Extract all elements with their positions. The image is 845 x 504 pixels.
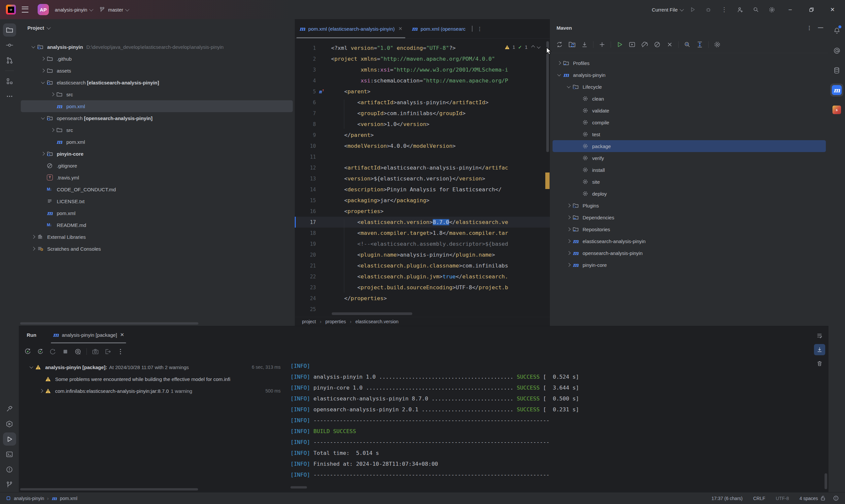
maven-settings-button[interactable] bbox=[712, 39, 723, 50]
status-item[interactable]: UTF-8 bbox=[776, 496, 789, 501]
code-line[interactable]: 24 </properties> bbox=[295, 293, 550, 304]
minimize-button[interactable]: – bbox=[781, 2, 799, 17]
commit-tool-button[interactable] bbox=[3, 39, 16, 52]
maven-tool-button[interactable]: m bbox=[830, 84, 843, 97]
tree-row[interactable]: mpom.xml bbox=[21, 100, 293, 112]
build-tool-button[interactable] bbox=[3, 402, 16, 415]
add-config-button[interactable] bbox=[596, 39, 608, 50]
chevron-up-icon[interactable] bbox=[531, 45, 535, 49]
tree-row[interactable]: Plugins bbox=[552, 200, 826, 212]
problems-tool-button[interactable] bbox=[3, 463, 16, 476]
branch-selector[interactable]: master bbox=[99, 6, 129, 13]
project-tool-button[interactable] bbox=[3, 23, 16, 37]
breadcrumb-item[interactable]: properties bbox=[325, 319, 346, 324]
resume-button[interactable] bbox=[47, 346, 58, 357]
tree-row[interactable]: melasticsearch-analysis-pinyin bbox=[552, 235, 826, 247]
tree-row[interactable]: .gitignore bbox=[21, 160, 293, 172]
tab-options-icon[interactable]: ⋮ bbox=[477, 26, 482, 32]
tree-row[interactable]: Repositories bbox=[552, 223, 826, 235]
run-configuration-selector[interactable]: Current File bbox=[652, 7, 683, 13]
code-line[interactable]: 14 <description>Pinyin Analysis for Elas… bbox=[295, 184, 550, 195]
database-tool-button[interactable] bbox=[830, 64, 843, 77]
console-hscrollbar[interactable] bbox=[291, 486, 307, 488]
status-item[interactable]: 17:37 (6 chars) bbox=[712, 496, 743, 501]
tree-row[interactable]: elasticsearch [elasticsearch-analysis-pi… bbox=[21, 76, 293, 88]
project-panel-header[interactable]: Project bbox=[19, 19, 295, 36]
tree-row[interactable]: mopensearch-analysis-pinyin bbox=[552, 247, 826, 259]
stop-button[interactable] bbox=[60, 346, 71, 357]
skip-tests-button[interactable] bbox=[652, 39, 663, 50]
execute-goal-button[interactable] bbox=[627, 39, 638, 50]
tree-row[interactable]: External Libraries bbox=[21, 231, 293, 243]
code-line[interactable]: 3 xmlns:xsi="http://www.w3.org/2001/XMLS… bbox=[295, 64, 550, 75]
tree-row[interactable]: mpinyin-core bbox=[552, 259, 826, 271]
tree-row[interactable]: manalysis-pinyin bbox=[552, 69, 826, 81]
code-line[interactable]: 19 <!--<elasticsearch.assembly.descripto… bbox=[295, 238, 550, 249]
reload-projects-button[interactable] bbox=[566, 39, 578, 50]
editor-tab[interactable]: mpom.xml (opensearc bbox=[407, 19, 470, 38]
tree-row[interactable]: deploy bbox=[552, 188, 826, 200]
code-line[interactable]: 22 <elasticsearch.plugin.jvm>true</elast… bbox=[295, 271, 550, 282]
pull-requests-tool-button[interactable] bbox=[3, 54, 16, 67]
code-line[interactable]: 15 <packaging>jar</packaging> bbox=[295, 195, 550, 206]
runtree-hscrollbar[interactable] bbox=[20, 488, 198, 490]
close-icon[interactable]: ✕ bbox=[399, 26, 403, 32]
structure-tool-button[interactable] bbox=[3, 74, 16, 88]
main-menu-icon[interactable] bbox=[22, 6, 29, 13]
code-line[interactable]: 7 <groupId>com.infinilabs</groupId> bbox=[295, 108, 550, 119]
tree-row[interactable]: Lifecycle bbox=[552, 81, 826, 93]
status-file[interactable]: pom.xml bbox=[60, 496, 77, 501]
tree-row[interactable]: clean bbox=[552, 93, 826, 105]
tree-row[interactable]: LICENSE.txt bbox=[21, 195, 293, 207]
run-tab[interactable]: m analysis-pinyin [package] ✕ bbox=[51, 326, 126, 343]
breadcrumb[interactable]: project›properties›elasticsearch.version bbox=[295, 317, 550, 326]
warning-stripe-mark[interactable] bbox=[545, 173, 550, 189]
add-user-button[interactable] bbox=[734, 3, 746, 16]
download-sources-button[interactable] bbox=[579, 39, 590, 50]
export-button[interactable] bbox=[102, 346, 113, 357]
settings-button[interactable] bbox=[765, 3, 778, 16]
restore-button[interactable] bbox=[802, 2, 821, 17]
code-line[interactable]: 4 xsi:schemaLocation="http://maven.apach… bbox=[295, 75, 550, 86]
tree-row[interactable]: pinyin-core bbox=[21, 148, 293, 160]
rerun-goal-button[interactable] bbox=[35, 346, 46, 357]
toggle-offline-button[interactable] bbox=[639, 39, 650, 50]
code-line[interactable]: 9 </parent> bbox=[295, 130, 550, 141]
chevron-down-icon[interactable] bbox=[537, 45, 540, 49]
close-button[interactable]: ✕ bbox=[823, 2, 842, 17]
hide-panel-icon[interactable]: — bbox=[818, 25, 823, 31]
code-line[interactable]: 18 <maven.compiler.target>1.8</maven.com… bbox=[295, 228, 550, 238]
code-line[interactable]: 12 <artifactId>elasticsearch-analysis-pi… bbox=[295, 162, 550, 173]
more-options-button[interactable] bbox=[115, 346, 126, 357]
tree-row[interactable]: .github bbox=[21, 53, 293, 65]
notifications-button[interactable] bbox=[830, 24, 843, 37]
breadcrumb-item[interactable]: elasticsearch.version bbox=[355, 319, 399, 324]
code-line[interactable]: 11 bbox=[295, 151, 550, 162]
project-badge[interactable]: AP bbox=[38, 4, 49, 15]
tree-row[interactable]: src bbox=[21, 124, 293, 136]
editor-vscrollbar[interactable] bbox=[546, 41, 549, 152]
tree-row[interactable]: site bbox=[552, 176, 826, 188]
code-line[interactable]: 17 <elasticsearch.version>8.7.0</elastic… bbox=[295, 217, 550, 228]
tree-row[interactable]: com.infinilabs:elasticsearch-analysis-pi… bbox=[19, 385, 286, 397]
code-line[interactable]: 10 <modelVersion>4.0.0</modelVersion> bbox=[295, 141, 550, 151]
run-console[interactable]: [INFO] [INFO] analysis-pinyin 1.0 ......… bbox=[286, 361, 828, 492]
expand-all-button[interactable] bbox=[694, 39, 705, 50]
tree-row[interactable]: test bbox=[552, 128, 826, 140]
code-line[interactable]: 16 <properties> bbox=[295, 206, 550, 217]
run-button[interactable] bbox=[614, 39, 625, 50]
services-tool-button[interactable] bbox=[3, 417, 16, 430]
code-line[interactable]: 21 <elasticsearch.plugin.classname>com.i… bbox=[295, 260, 550, 271]
error-indicator-icon[interactable] bbox=[833, 495, 839, 501]
terminal-tool-button[interactable] bbox=[3, 448, 16, 461]
code-line[interactable]: 5m↑ <parent> bbox=[295, 86, 550, 97]
status-item[interactable]: 4 spaces bbox=[799, 496, 818, 501]
tree-row[interactable]: mpom.xml bbox=[21, 136, 293, 148]
code-line[interactable]: 23 <project.build.sourceEncoding>UTF-8</… bbox=[295, 282, 550, 293]
search-everywhere-button[interactable] bbox=[749, 3, 762, 16]
tabs-dropdown-icon[interactable] bbox=[472, 26, 472, 32]
ai-assistant-tool-button[interactable] bbox=[830, 44, 843, 57]
tree-row[interactable]: validate bbox=[552, 105, 826, 116]
tree-row[interactable]: Some problems were encountered while bui… bbox=[19, 373, 286, 385]
status-item[interactable]: CRLF bbox=[753, 496, 765, 501]
